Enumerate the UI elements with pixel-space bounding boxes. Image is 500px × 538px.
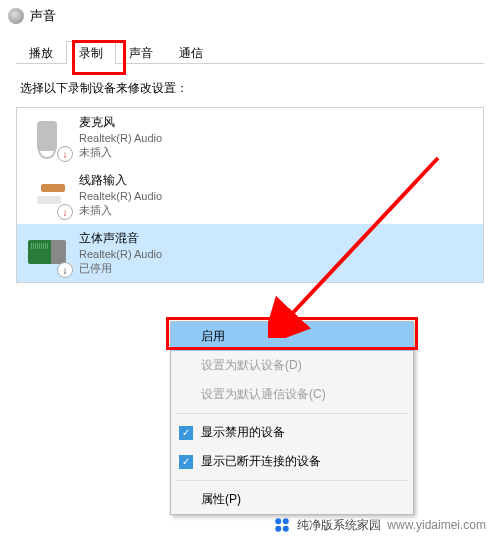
brand-text: 纯净版系统家园 bbox=[297, 517, 381, 534]
disabled-badge-icon: ↓ bbox=[57, 262, 73, 278]
svg-point-3 bbox=[276, 526, 282, 532]
unplugged-badge-icon: ↓ bbox=[57, 204, 73, 220]
menu-set-default-comm: 设置为默认通信设备(C) bbox=[171, 380, 413, 409]
check-icon: ✓ bbox=[179, 455, 193, 469]
sound-window-icon bbox=[8, 8, 24, 24]
titlebar: 声音 bbox=[0, 0, 500, 32]
device-status: 未插入 bbox=[79, 203, 162, 218]
device-context-menu: 启用 设置为默认设备(D) 设置为默认通信设备(C) ✓ 显示禁用的设备 ✓ 显… bbox=[170, 321, 414, 515]
device-linein[interactable]: ↓ 线路输入 Realtek(R) Audio 未插入 bbox=[17, 166, 483, 224]
tab-recording[interactable]: 录制 bbox=[66, 41, 116, 64]
menu-label: 显示已断开连接的设备 bbox=[201, 454, 321, 468]
stereomix-icon: ↓ bbox=[25, 230, 69, 274]
menu-separator bbox=[177, 480, 407, 481]
device-name: 线路输入 bbox=[79, 172, 162, 189]
tab-strip: 播放 录制 声音 通信 bbox=[16, 40, 484, 64]
menu-set-default: 设置为默认设备(D) bbox=[171, 351, 413, 380]
dialog-body: 播放 录制 声音 通信 选择以下录制设备来修改设置： ↓ 麦克风 Realtek… bbox=[0, 32, 500, 283]
device-status: 已停用 bbox=[79, 261, 162, 276]
menu-enable[interactable]: 启用 bbox=[171, 322, 413, 351]
device-driver: Realtek(R) Audio bbox=[79, 248, 162, 260]
device-name: 麦克风 bbox=[79, 114, 162, 131]
tab-sounds[interactable]: 声音 bbox=[116, 41, 166, 64]
instruction-text: 选择以下录制设备来修改设置： bbox=[20, 80, 484, 97]
svg-point-4 bbox=[283, 526, 289, 532]
svg-point-2 bbox=[283, 518, 289, 524]
menu-label: 显示禁用的设备 bbox=[201, 425, 285, 439]
tab-communications[interactable]: 通信 bbox=[166, 41, 216, 64]
tab-playback[interactable]: 播放 bbox=[16, 41, 66, 64]
menu-show-disconnected[interactable]: ✓ 显示已断开连接的设备 bbox=[171, 447, 413, 476]
device-driver: Realtek(R) Audio bbox=[79, 190, 162, 202]
device-driver: Realtek(R) Audio bbox=[79, 132, 162, 144]
watermark: 纯净版系统家园 www.yidaimei.com bbox=[273, 516, 486, 534]
menu-separator bbox=[177, 413, 407, 414]
device-status: 未插入 bbox=[79, 145, 162, 160]
microphone-icon: ↓ bbox=[25, 114, 69, 158]
brand-url: www.yidaimei.com bbox=[387, 518, 486, 532]
menu-properties[interactable]: 属性(P) bbox=[171, 485, 413, 514]
svg-point-1 bbox=[276, 518, 282, 524]
device-microphone[interactable]: ↓ 麦克风 Realtek(R) Audio 未插入 bbox=[17, 108, 483, 166]
device-name: 立体声混音 bbox=[79, 230, 162, 247]
window-title: 声音 bbox=[30, 7, 56, 25]
device-list: ↓ 麦克风 Realtek(R) Audio 未插入 ↓ 线路输入 Realte… bbox=[16, 107, 484, 283]
brand-logo-icon bbox=[273, 516, 291, 534]
check-icon: ✓ bbox=[179, 426, 193, 440]
unplugged-badge-icon: ↓ bbox=[57, 146, 73, 162]
menu-show-disabled[interactable]: ✓ 显示禁用的设备 bbox=[171, 418, 413, 447]
device-stereomix[interactable]: ↓ 立体声混音 Realtek(R) Audio 已停用 bbox=[17, 224, 483, 282]
linein-icon: ↓ bbox=[25, 172, 69, 216]
